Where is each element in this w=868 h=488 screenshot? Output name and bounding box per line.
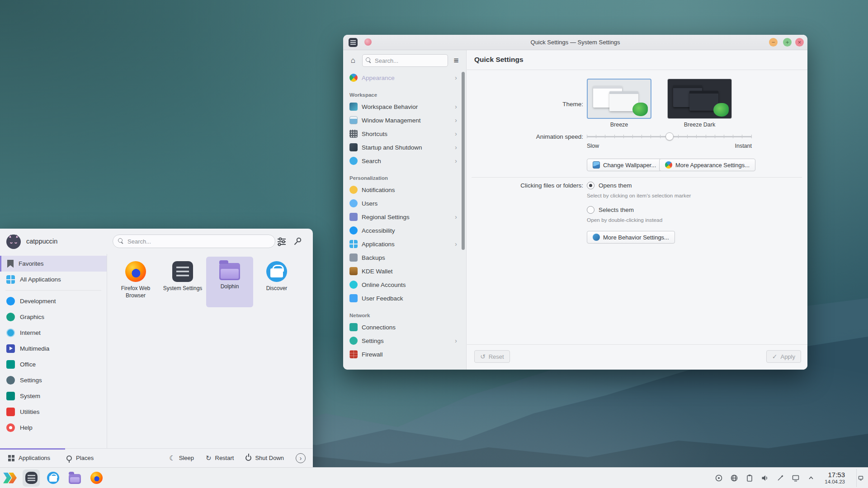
sidebar-item-accessibility[interactable]: Accessibility	[343, 224, 460, 237]
configure-icon[interactable]	[277, 236, 287, 246]
app-tile-firefox[interactable]: Firefox Web Browser	[112, 257, 159, 307]
more-behavior-settings-button[interactable]: More Behavior Settings...	[587, 231, 675, 244]
sidebar-item-backups[interactable]: Backups	[343, 251, 460, 264]
home-button[interactable]: ⌂	[347, 54, 359, 67]
shutdown-button[interactable]: Shut Down	[245, 455, 284, 461]
clock[interactable]: 17:53 14.04.23	[825, 471, 845, 484]
app-label: Firefox Web Browser	[112, 285, 159, 299]
pin-icon[interactable]	[293, 236, 303, 246]
app-tile-dolphin[interactable]: Dolphin	[206, 257, 253, 307]
clipboard-icon[interactable]	[745, 474, 754, 482]
collapse-chevron-icon[interactable]: ›	[296, 453, 306, 463]
sidebar-item-online-accounts[interactable]: Online Accounts	[343, 278, 460, 291]
category-label: Settings	[20, 377, 42, 384]
sidebar-item-regional-settings[interactable]: Regional Settings ›	[343, 210, 460, 224]
category-graphics[interactable]: Graphics	[0, 309, 107, 325]
sidebar-item-search[interactable]: Search ›	[343, 154, 460, 168]
category-settings[interactable]: Settings	[0, 372, 107, 388]
volume-icon[interactable]	[760, 474, 769, 482]
sidebar-item-applications[interactable]: Applications ›	[343, 237, 460, 251]
sidebar-item-kde-wallet[interactable]: KDE Wallet	[343, 264, 460, 278]
quick-settings-page: Quick Settings Theme: Breeze Breeze Dark…	[467, 50, 807, 370]
notifications-icon	[349, 186, 358, 194]
sidebar-item-notifications[interactable]: Notifications	[343, 183, 460, 197]
slider-instant-label: Instant	[587, 143, 752, 149]
color-profile-icon[interactable]	[714, 474, 723, 482]
category-system[interactable]: System	[0, 388, 107, 404]
radio-opens-them[interactable]: Opens them	[587, 182, 632, 189]
user-avatar[interactable]	[5, 233, 22, 249]
app-tile-system-settings[interactable]: System Settings	[159, 257, 206, 307]
menu-button[interactable]: ≡	[451, 55, 462, 66]
show-desktop-button[interactable]	[856, 469, 864, 487]
radio-selects-them[interactable]: Selects them	[587, 206, 634, 214]
expand-tray-icon[interactable]	[807, 474, 815, 482]
radio-selected-icon[interactable]	[587, 182, 594, 189]
category-all-applications[interactable]: All Applications	[0, 272, 107, 287]
theme-breeze-dark-thumbnail[interactable]	[667, 79, 732, 119]
taskbar-dolphin[interactable]	[66, 469, 83, 487]
sidebar-item-firewall[interactable]: Firewall	[343, 347, 460, 361]
category-office[interactable]: Office	[0, 357, 107, 372]
sidebar-item-window-management[interactable]: Window Management ›	[343, 113, 460, 127]
taskbar-firefox[interactable]	[88, 469, 105, 487]
slider-handle[interactable]	[665, 132, 674, 141]
app-launcher-button[interactable]	[3, 471, 18, 485]
theme-breeze-thumbnail[interactable]	[587, 79, 651, 119]
sidebar-item-appearance[interactable]: Appearance ›	[343, 71, 460, 84]
category-multimedia[interactable]: Multimedia	[0, 341, 107, 357]
divider	[467, 70, 807, 70]
category-development[interactable]: Development	[0, 293, 107, 309]
category-internet[interactable]: Internet	[0, 325, 107, 341]
app-tile-discover[interactable]: Discover	[253, 257, 300, 307]
backups-icon	[349, 253, 358, 262]
sidebar-item-startup-shutdown[interactable]: Startup and Shutdown ›	[343, 141, 460, 154]
restart-button[interactable]: ↻ Restart	[206, 455, 234, 461]
sidebar-item-users[interactable]: Users	[343, 197, 460, 210]
sidebar-item-label: Online Accounts	[362, 282, 406, 288]
settings-search-input[interactable]	[362, 54, 448, 67]
sidebar-item-network-settings[interactable]: Settings ›	[343, 334, 460, 347]
taskbar-discover[interactable]	[44, 469, 61, 487]
apply-button[interactable]: ✓ Apply	[766, 350, 801, 363]
titlebar[interactable]: Quick Settings — System Settings − + ×	[343, 35, 807, 50]
category-utilities[interactable]: Utilities	[0, 404, 107, 420]
sidebar-item-user-feedback[interactable]: User Feedback	[343, 291, 460, 305]
sidebar-item-workspace-behavior[interactable]: Workspace Behavior ›	[343, 100, 460, 113]
category-help[interactable]: Help	[0, 420, 107, 436]
sleep-icon: ☾	[169, 455, 175, 461]
chevron-right-icon: ›	[455, 240, 457, 247]
launcher-sidebar: Favorites All Applications Development G…	[0, 254, 107, 448]
tablet-pen-icon[interactable]	[776, 474, 784, 482]
minimize-button[interactable]: −	[769, 38, 778, 47]
taskbar-system-settings[interactable]	[23, 469, 40, 487]
tab-applications[interactable]: Applications	[0, 449, 58, 467]
appearance-icon	[665, 161, 672, 169]
sidebar-item-label: Notifications	[362, 187, 395, 193]
radio-unselected-icon[interactable]	[587, 206, 594, 214]
more-appearance-settings-button[interactable]: More Appearance Settings...	[659, 159, 755, 171]
category-favorites[interactable]: Favorites	[0, 256, 107, 272]
graphics-icon	[6, 313, 15, 321]
internet-icon	[6, 328, 15, 337]
chevron-right-icon: ›	[455, 130, 457, 137]
display-icon[interactable]	[791, 474, 800, 482]
network-icon[interactable]	[730, 474, 738, 482]
tab-places[interactable]: Places	[58, 449, 102, 467]
maximize-button[interactable]: +	[783, 38, 792, 47]
accessibility-icon	[349, 226, 358, 235]
category-label: Development	[20, 298, 56, 305]
user-name: catppuccin	[26, 229, 57, 254]
animation-speed-slider[interactable]	[587, 132, 752, 141]
divider	[5, 290, 101, 291]
reset-button[interactable]: ↺ Reset	[474, 350, 510, 363]
launcher-search-input[interactable]	[113, 235, 275, 248]
sidebar-item-connections[interactable]: Connections	[343, 320, 460, 334]
change-wallpaper-button[interactable]: Change Wallpaper...	[587, 159, 662, 171]
sidebar-item-shortcuts[interactable]: Shortcuts ›	[343, 127, 460, 141]
appearance-icon	[349, 74, 358, 82]
sidebar-item-label: Appearance	[362, 75, 395, 81]
sleep-button[interactable]: ☾ Sleep	[169, 455, 194, 461]
close-button[interactable]: ×	[795, 38, 804, 47]
sidebar-scrollbar[interactable]	[462, 72, 465, 250]
